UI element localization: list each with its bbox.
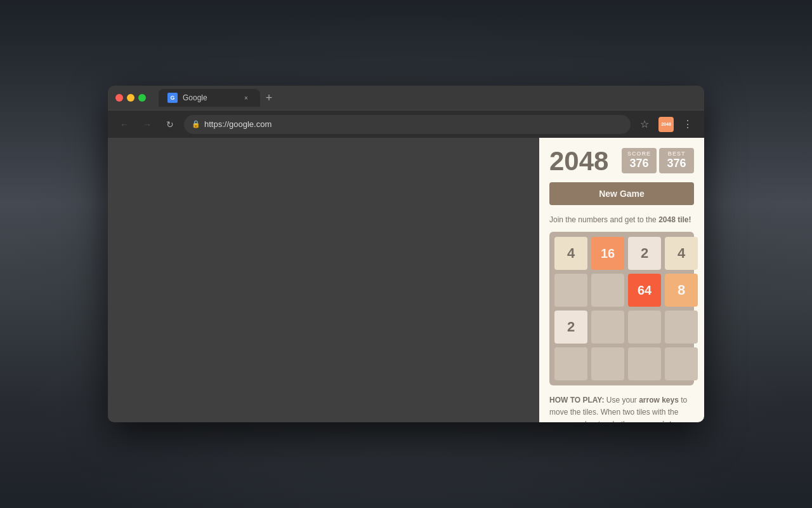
tab-label: Google xyxy=(183,93,207,102)
best-score-card: BEST 376 xyxy=(659,148,694,173)
title-bar: G Google × + xyxy=(108,86,704,110)
extension-2048-icon[interactable]: 2048 xyxy=(658,117,674,132)
score-cards: SCORE 376 BEST 376 xyxy=(622,148,694,173)
tile: 4 xyxy=(554,237,587,270)
tile xyxy=(591,274,624,307)
best-label: BEST xyxy=(664,150,689,157)
score-label: SCORE xyxy=(627,150,652,157)
tab-favicon: G xyxy=(167,93,178,103)
tile: 4 xyxy=(665,237,698,270)
browser-content: 2048 SCORE 376 BEST 376 New Game Join th… xyxy=(108,138,704,422)
game-grid: 416246482 xyxy=(549,232,694,385)
tile xyxy=(665,311,698,344)
game-title: 2048 xyxy=(549,148,608,175)
tile: 16 xyxy=(591,237,624,270)
tile: 2 xyxy=(554,311,587,344)
lock-icon: 🔒 xyxy=(192,120,200,128)
browser-tab[interactable]: G Google × xyxy=(159,89,260,107)
tile xyxy=(628,347,661,380)
game-popup-panel: 2048 SCORE 376 BEST 376 New Game Join th… xyxy=(539,138,704,422)
toolbar: ← → ↻ 🔒 https://google.com ☆ 2048 ⋮ xyxy=(108,110,704,138)
browser-window: G Google × + ← → ↻ 🔒 https://google.com … xyxy=(108,86,704,422)
bookmark-button[interactable]: ☆ xyxy=(636,116,653,133)
forward-button[interactable]: → xyxy=(138,116,156,133)
tile xyxy=(628,311,661,344)
tile xyxy=(591,311,624,344)
address-bar[interactable]: 🔒 https://google.com xyxy=(184,115,631,134)
tile xyxy=(554,274,587,307)
tile: 2 xyxy=(628,237,661,270)
minimize-button[interactable] xyxy=(127,94,134,102)
tile xyxy=(554,347,587,380)
tile xyxy=(591,347,624,380)
back-button[interactable]: ← xyxy=(115,116,133,133)
browser-menu-button[interactable]: ⋮ xyxy=(679,116,697,133)
how-to-play: HOW TO PLAY: Use your arrow keys to move… xyxy=(549,394,694,422)
maximize-button[interactable] xyxy=(138,94,146,102)
tab-bar: G Google × + xyxy=(159,89,697,107)
best-value: 376 xyxy=(664,157,689,171)
score-value: 376 xyxy=(627,157,652,171)
close-button[interactable] xyxy=(115,94,123,102)
tile: 8 xyxy=(665,274,698,307)
game-header: 2048 SCORE 376 BEST 376 xyxy=(549,148,694,175)
url-text: https://google.com xyxy=(204,119,272,129)
tile: 64 xyxy=(628,274,661,307)
game-description: Join the numbers and get to the 2048 til… xyxy=(549,214,694,225)
tab-close-button[interactable]: × xyxy=(241,93,251,103)
score-card: SCORE 376 xyxy=(622,148,657,173)
new-game-button[interactable]: New Game xyxy=(549,182,694,205)
tile xyxy=(665,347,698,380)
new-tab-button[interactable]: + xyxy=(260,89,278,107)
traffic-lights xyxy=(115,94,146,102)
refresh-button[interactable]: ↻ xyxy=(161,116,179,133)
